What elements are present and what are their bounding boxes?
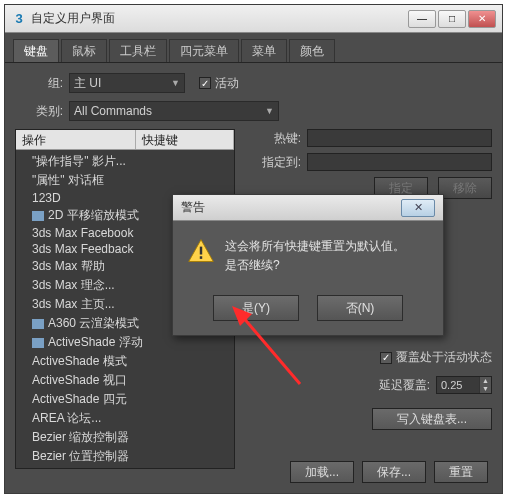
list-item[interactable]: AREA 论坛... [16,409,234,428]
override-active-checkbox[interactable]: ✓ 覆盖处于活动状态 [380,349,492,366]
delay-spinner[interactable]: 0.25 ▲▼ [436,376,492,394]
spinner-down-icon[interactable]: ▼ [479,385,491,393]
warning-icon [187,237,215,265]
category-label: 类别: [15,103,63,120]
yes-button[interactable]: 是(Y) [213,295,299,321]
item-label: 3ds Max 帮助 [32,258,105,275]
svg-rect-1 [200,247,202,255]
item-label: AREA 论坛... [32,410,101,427]
save-button[interactable]: 保存... [362,461,426,483]
group-label: 组: [15,75,63,92]
dialog-message-2: 是否继续? [225,256,405,275]
item-label: 123D [32,191,61,205]
item-label: ActiveShade 视口 [32,372,127,389]
hotkey-label: 热键: [245,130,301,147]
list-item[interactable]: "操作指导" 影片... [16,152,234,171]
item-label: 3ds Max Feedback [32,242,133,256]
item-icon [32,319,44,329]
assignto-label: 指定到: [245,154,301,171]
tab-toolbar[interactable]: 工具栏 [109,39,167,62]
dialog-titlebar[interactable]: 警告 ✕ [173,195,443,221]
item-label: ActiveShade 浮动 [48,334,143,351]
chevron-down-icon: ▼ [265,106,274,116]
spinner-up-icon[interactable]: ▲ [479,377,491,385]
maximize-button[interactable]: □ [438,10,466,28]
checkmark-icon: ✓ [380,352,392,364]
category-value: All Commands [74,104,152,118]
list-item[interactable]: Bezier 缩放控制器 [16,428,234,447]
tab-color[interactable]: 颜色 [289,39,335,62]
item-label: 2D 平移缩放模式 [48,207,139,224]
svg-rect-2 [200,256,202,259]
active-label: 活动 [215,75,239,92]
col-action[interactable]: 操作 [16,130,136,149]
list-item[interactable]: ActiveShade 模式 [16,352,234,371]
item-label: Bezier 缩放控制器 [32,429,129,446]
item-icon [32,211,44,221]
tab-keyboard[interactable]: 键盘 [13,39,59,62]
dialog-close-button[interactable]: ✕ [401,199,435,217]
titlebar[interactable]: 3 自定义用户界面 — □ ✕ [5,5,502,33]
list-item[interactable]: ActiveShade 四元 [16,390,234,409]
window-title: 自定义用户界面 [31,10,408,27]
item-label: ActiveShade 模式 [32,353,127,370]
list-item[interactable]: Biped [16,466,234,468]
app-icon: 3 [11,11,27,27]
tab-mouse[interactable]: 鼠标 [61,39,107,62]
chevron-down-icon: ▼ [171,78,180,88]
reset-button[interactable]: 重置 [434,461,488,483]
item-label: "操作指导" 影片... [32,153,126,170]
group-value: 主 UI [74,75,101,92]
dialog-title: 警告 [181,199,205,216]
warning-dialog: 警告 ✕ 这会将所有快捷键重置为默认值。 是否继续? 是(Y) 否(N) [172,194,444,336]
write-keyboard-table-button[interactable]: 写入键盘表... [372,408,492,430]
item-label: Biped [48,467,79,468]
item-label: 3ds Max 理念... [32,277,115,294]
list-item[interactable]: Bezier 位置控制器 [16,447,234,466]
active-checkbox[interactable]: ✓ 活动 [199,75,239,92]
group-select[interactable]: 主 UI ▼ [69,73,185,93]
delay-value: 0.25 [441,379,462,391]
checkmark-icon: ✓ [199,77,211,89]
no-button[interactable]: 否(N) [317,295,403,321]
override-active-label: 覆盖处于活动状态 [396,349,492,366]
delay-label: 延迟覆盖: [379,377,430,394]
hotkey-input[interactable] [307,129,492,147]
minimize-button[interactable]: — [408,10,436,28]
tab-menu[interactable]: 菜单 [241,39,287,62]
item-label: Bezier 位置控制器 [32,448,129,465]
remove-button[interactable]: 移除 [438,177,492,199]
list-item[interactable]: ActiveShade 视口 [16,371,234,390]
tab-bar: 键盘 鼠标 工具栏 四元菜单 菜单 颜色 [5,33,502,63]
item-label: 3ds Max Facebook [32,226,133,240]
item-label: "属性" 对话框 [32,172,104,189]
item-label: A360 云渲染模式 [48,315,139,332]
item-label: 3ds Max 主页... [32,296,115,313]
list-item[interactable]: "属性" 对话框 [16,171,234,190]
category-select[interactable]: All Commands ▼ [69,101,279,121]
close-button[interactable]: ✕ [468,10,496,28]
dialog-message-1: 这会将所有快捷键重置为默认值。 [225,237,405,256]
item-label: ActiveShade 四元 [32,391,127,408]
load-button[interactable]: 加载... [290,461,354,483]
col-shortcut[interactable]: 快捷键 [136,130,234,149]
item-icon [32,338,44,348]
assignto-input[interactable] [307,153,492,171]
tab-quadmenu[interactable]: 四元菜单 [169,39,239,62]
